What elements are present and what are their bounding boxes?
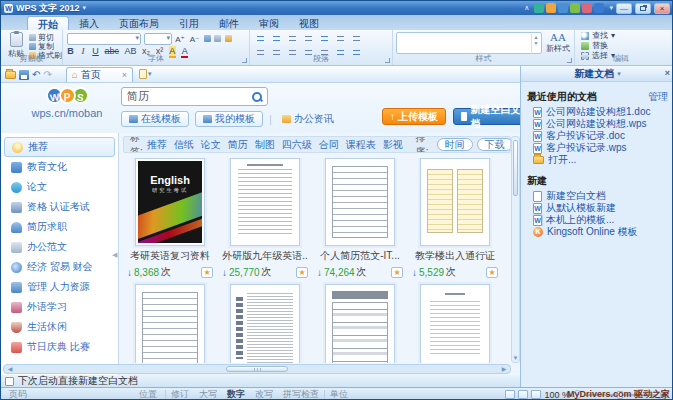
template-thumbnail[interactable] <box>325 284 395 363</box>
horizontal-scrollbar[interactable]: ◀ ▶ <box>3 364 511 374</box>
shrink-font-button[interactable]: A⁻ <box>190 35 200 44</box>
horizontal-scroll-thumb[interactable] <box>226 366 288 372</box>
help-icon[interactable] <box>594 3 604 13</box>
scroll-down-icon[interactable]: ▼ <box>512 355 519 361</box>
status-track-changes[interactable]: 修订 <box>166 388 194 400</box>
task-pane-header[interactable]: 新建文档 ▾ × <box>521 66 673 82</box>
online-templates-button[interactable]: 在线模板 <box>121 111 189 127</box>
tag-stationery[interactable]: 信纸 <box>174 138 194 152</box>
template-title[interactable]: 教学楼出入通行证 <box>410 249 500 263</box>
numbering-button[interactable] <box>271 33 282 43</box>
find-dropdown-icon[interactable]: ▾ <box>611 31 615 40</box>
favorite-icon[interactable]: ★ <box>391 267 403 278</box>
sidebar-collapse-icon[interactable]: ◀ <box>112 251 117 259</box>
character-border-icon[interactable] <box>225 35 232 42</box>
home-tab-close-icon[interactable]: × <box>122 70 127 80</box>
tab-page-layout[interactable]: 页面布局 <box>109 16 169 30</box>
save-icon[interactable] <box>19 70 29 80</box>
template-thumbnail[interactable] <box>325 158 395 246</box>
recent-file-link[interactable]: W公司网站建设构想.wps <box>533 118 670 130</box>
replace-button[interactable]: 替换 <box>581 41 667 50</box>
tag-schedule[interactable]: 课程表 <box>346 138 376 152</box>
restore-button[interactable] <box>635 3 651 14</box>
sidebar-item-economy[interactable]: 经济 贸易 财会 <box>4 257 115 277</box>
search-icon[interactable] <box>251 91 263 103</box>
upload-template-button[interactable]: ↑ 上传模板 <box>382 108 446 125</box>
tag-drawing[interactable]: 制图 <box>255 138 275 152</box>
scroll-left-icon[interactable]: ◀ <box>5 365 15 373</box>
sort-by-time-button[interactable]: 时间 <box>437 138 473 151</box>
open-file-icon[interactable] <box>5 71 16 79</box>
startup-checkbox[interactable] <box>5 377 14 386</box>
template-card[interactable]: English 研究生考试 考研英语复习资料 ↓ 8,368 次 ★ ⊞ <box>125 158 215 279</box>
tag-movies[interactable]: 影视 <box>383 138 403 152</box>
local-templates-link[interactable]: W本机上的模板... <box>533 214 670 226</box>
template-thumbnail[interactable] <box>230 158 300 246</box>
redo-icon[interactable]: ↷ <box>43 70 51 80</box>
sidebar-item-language[interactable]: 外语学习 <box>4 297 115 317</box>
template-card[interactable]: 教学楼出入通行证 ↓ 5,529 次 ★ ⊞ <box>410 158 500 279</box>
task-pane-close-icon[interactable]: × <box>665 68 670 78</box>
bullets-button[interactable] <box>255 33 266 43</box>
close-button[interactable]: × <box>654 3 670 14</box>
sidebar-item-leisure[interactable]: 生活休闲 <box>4 317 115 337</box>
vertical-scroll-thumb[interactable] <box>513 140 518 196</box>
scroll-right-icon[interactable]: ▶ <box>499 365 509 373</box>
find-button[interactable]: 查找▾ <box>581 31 667 40</box>
sort-by-download-button[interactable]: 下载 <box>477 138 511 151</box>
font-name-combo[interactable] <box>67 33 141 45</box>
template-card[interactable] <box>220 284 310 363</box>
recent-file-link[interactable]: W客户投诉记录.doc <box>533 130 670 142</box>
sidebar-item-certification[interactable]: 资格 认证考试 <box>4 197 115 217</box>
task-pane-dropdown-icon[interactable]: ▾ <box>617 70 621 78</box>
grow-font-button[interactable]: A⁺ <box>175 35 185 44</box>
home-document-tab[interactable]: ⌂ 首页 × <box>66 67 133 82</box>
office-news-link[interactable]: 办公资讯 <box>278 112 334 126</box>
font-dialog-launcher-icon[interactable] <box>242 58 247 63</box>
tab-home[interactable]: 开始 <box>27 16 69 30</box>
text-direction-button[interactable] <box>319 33 330 43</box>
template-card[interactable]: 个人简历范文-IT... ↓ 74,264 次 ★ ⊞ <box>315 158 405 279</box>
template-card[interactable] <box>125 284 215 363</box>
vertical-scrollbar[interactable]: ▼ <box>511 136 520 363</box>
tab-references[interactable]: 引用 <box>169 16 209 30</box>
recent-file-link[interactable]: W客户投诉记录.wps <box>533 142 670 154</box>
template-thumbnail[interactable] <box>135 284 205 363</box>
sort-button[interactable] <box>335 33 346 43</box>
print-layout-view-icon[interactable] <box>505 390 515 399</box>
status-spellcheck[interactable]: 拼写检查 <box>278 388 324 400</box>
template-thumbnail[interactable] <box>420 284 490 363</box>
favorite-icon[interactable]: ★ <box>486 267 498 278</box>
sidebar-item-festival[interactable]: 节日庆典 比赛 <box>4 337 115 357</box>
browser-icon[interactable] <box>558 3 568 13</box>
new-blank-doc-button[interactable]: 新建空白文档 <box>453 108 520 125</box>
new-blank-doc-link[interactable]: W新建空白文档 <box>533 190 670 202</box>
font-size-combo[interactable] <box>144 33 172 45</box>
outline-view-icon[interactable] <box>531 390 541 399</box>
new-document-icon[interactable] <box>534 3 544 13</box>
status-overtype[interactable]: 改写 <box>250 388 278 400</box>
status-numlock[interactable]: 数字 <box>222 388 250 400</box>
style-scroll-down-icon[interactable]: ▼ <box>534 40 539 46</box>
tag-contract[interactable]: 合同 <box>319 138 339 152</box>
recent-file-link[interactable]: W公司网站建设构想1.doc <box>533 106 670 118</box>
my-templates-button[interactable]: 我的模板 <box>195 111 263 127</box>
change-case-icon[interactable] <box>214 35 221 42</box>
app-menu-dropdown-icon[interactable]: ▾ <box>83 4 87 12</box>
template-thumbnail[interactable]: English 研究生考试 <box>135 158 205 246</box>
open-file-link[interactable]: 打开... <box>533 154 670 166</box>
tab-insert[interactable]: 插入 <box>69 16 109 30</box>
template-thumbnail[interactable] <box>420 158 490 246</box>
template-card[interactable] <box>410 284 500 363</box>
phonetic-guide-icon[interactable] <box>204 35 211 42</box>
sidebar-item-recommended[interactable]: 推荐 <box>4 137 115 157</box>
minimize-button[interactable]: — <box>616 3 632 14</box>
increase-indent-button[interactable] <box>303 33 314 43</box>
template-title[interactable]: 个人简历范文-IT... <box>315 249 405 263</box>
status-caps[interactable]: 大写 <box>194 388 222 400</box>
template-title[interactable]: 考研英语复习资料 <box>125 249 215 263</box>
kingsoft-online-templates-link[interactable]: KKingsoft Online 模板 <box>533 226 670 238</box>
web-layout-view-icon[interactable] <box>518 390 528 399</box>
tag-resume[interactable]: 简历 <box>228 138 248 152</box>
new-from-default-template-link[interactable]: W从默认模板新建 <box>533 202 670 214</box>
